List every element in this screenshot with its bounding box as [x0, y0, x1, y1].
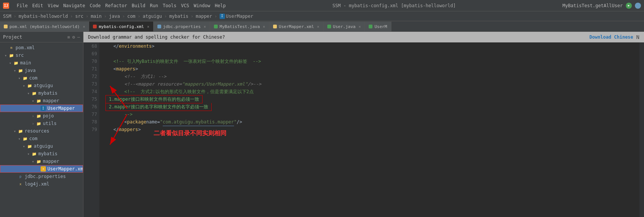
tree-item-pom-xml[interactable]: m pom.xml — [0, 44, 83, 52]
tree-item-com[interactable]: ▾ 📁 com — [0, 74, 83, 82]
tree-item-log4j[interactable]: x log4j.xml — [0, 180, 83, 188]
tab-jdbc[interactable]: jdbc.properties × — [154, 22, 210, 31]
menu-code[interactable]: Code — [90, 3, 101, 8]
tree-item-resources[interactable]: ▾ 📁 resources — [0, 127, 83, 135]
line-num-79: 79 — [83, 126, 97, 133]
sidebar-settings-icon[interactable]: ⚙ — [72, 34, 75, 40]
notification-close-button[interactable]: N — [636, 34, 639, 40]
tree-item-java[interactable]: ▾ 📁 java — [0, 67, 83, 74]
line-num-76: 76 — [83, 103, 97, 111]
notification-bar: Download grammar and spelling checker fo… — [83, 32, 644, 42]
atguigu2-folder-icon: 📁 — [27, 143, 33, 149]
bc-mybatis[interactable]: mybatis — [169, 14, 188, 19]
tree-label-jdbc-prop: jdbc.properties — [25, 174, 66, 179]
menu-help[interactable]: Help — [215, 3, 226, 8]
tree-label-main: main — [20, 60, 31, 66]
tab-close-mybatis[interactable]: × — [147, 25, 149, 29]
tree-item-com2[interactable]: ▾ 📁 com — [0, 135, 83, 142]
bc-atguigu[interactable]: atguigu — [143, 14, 162, 19]
mybatis-folder-icon: 📁 — [31, 90, 37, 96]
menu-run[interactable]: Run — [150, 3, 158, 8]
code-line-74: <!-- 方式2:以包的形式引入映射文件，但是需要满足以下2点 — [102, 88, 636, 95]
tab-icon-mybatistest — [214, 25, 218, 28]
bc-main[interactable]: main — [91, 14, 102, 19]
tree-label-mybatis2: mybatis — [38, 151, 58, 156]
menu-window[interactable]: Window — [194, 3, 210, 8]
debug-button[interactable] — [635, 3, 641, 9]
tree-item-utils[interactable]: › 📁 utils — [0, 120, 83, 127]
tab-close-usermapper-xml[interactable]: × — [317, 25, 319, 29]
menu-file[interactable]: File — [17, 3, 28, 8]
tree-label-mapper2: mapper — [43, 159, 59, 164]
tab-mybatistest[interactable]: MyBatisTest.java × — [210, 22, 269, 31]
title-right-controls: MyBatisTest.getAllUser ▶ — [562, 3, 641, 9]
tree-item-atguigu2[interactable]: ▾ 📁 atguigu — [0, 142, 83, 150]
tree-label-com2: com — [29, 136, 38, 141]
bc-project[interactable]: mybatis-helloworld — [19, 14, 68, 19]
tree-item-atguigu[interactable]: ▾ 📁 atguigu — [0, 82, 83, 89]
tree-label-mybatis: mybatis — [38, 91, 58, 96]
sidebar-collapse-icon[interactable]: ≡ — [67, 34, 70, 40]
download-chinese-link[interactable]: Download Chinese — [589, 34, 633, 40]
tab-close-jdbc[interactable]: × — [204, 25, 206, 29]
bc-ssm[interactable]: SSM — [3, 14, 11, 19]
tree-item-usermapper-java[interactable]: I UserMapper — [0, 105, 83, 112]
bc-src[interactable]: src — [75, 14, 83, 19]
menu-navigate[interactable]: Navigate — [63, 3, 85, 8]
line-num-73: 73 — [83, 80, 97, 88]
bc-com[interactable]: com — [127, 14, 135, 19]
code-line-77: --> — [102, 111, 636, 118]
scrollbar[interactable] — [639, 42, 644, 217]
main-folder-icon: 📁 — [13, 60, 19, 66]
bc-java[interactable]: java — [109, 14, 120, 19]
tree-item-main[interactable]: ▾ 📁 main — [0, 59, 83, 67]
menu-edit[interactable]: Edit — [32, 3, 43, 8]
code-line-79: </mappers> — [102, 126, 636, 133]
main-layout: Project ≡ ⚙ — m pom.xml ▾ 📁 src — [0, 32, 644, 217]
tab-userm[interactable]: UserM — [365, 22, 391, 31]
tree-label-mapper: mapper — [43, 98, 59, 103]
menu-tools[interactable]: Tools — [163, 3, 176, 8]
menu-build[interactable]: Build — [132, 3, 145, 8]
tree-item-src[interactable]: ▾ 📁 src — [0, 52, 83, 59]
tab-close-pom[interactable]: × — [83, 25, 85, 29]
tree-item-mapper2[interactable]: ▾ 📁 mapper — [0, 158, 83, 165]
tree-label-atguigu2: atguigu — [34, 144, 53, 149]
tab-close-user-java[interactable]: × — [358, 25, 361, 29]
tab-user-java[interactable]: User.java × — [324, 22, 365, 31]
tree-item-mapper[interactable]: ▾ 📁 mapper — [0, 97, 83, 105]
tab-icon-user-java — [327, 25, 331, 28]
tab-icon-mybatis — [93, 25, 97, 28]
tab-close-mybatistest[interactable]: × — [263, 25, 265, 29]
line-num-75: 75 — [83, 95, 97, 103]
code-line-72: <!-- 方式1: --> — [102, 73, 636, 80]
sidebar-close-icon[interactable]: — — [77, 34, 80, 40]
tab-usermapper-xml[interactable]: UserMapper.xml × — [269, 22, 324, 31]
menu-refactor[interactable]: Refactor — [105, 3, 127, 8]
atguigu-folder-icon: 📁 — [27, 83, 33, 89]
code-line-75: 1.mapper接口和映射文件所在的包必须一致 — [102, 95, 636, 103]
line-num-77: 77 — [83, 111, 97, 118]
bc-usermapper[interactable]: I UserMapper — [220, 14, 253, 19]
tree-item-mybatis2[interactable]: ▾ 📁 mybatis — [0, 150, 83, 158]
bc-mapper[interactable]: mapper — [196, 14, 212, 19]
editor-area: Download grammar and spelling checker fo… — [83, 32, 644, 217]
tab-label-mybatis: mybatis-config.xml — [99, 24, 144, 29]
tab-mybatis-config[interactable]: mybatis-config.xml × — [89, 22, 153, 31]
menu-view[interactable]: View — [48, 3, 59, 8]
tree-item-mybatis[interactable]: ▾ 📁 mybatis — [0, 89, 83, 97]
mapper2-folder-icon: 📁 — [36, 158, 42, 164]
menu-vcs[interactable]: VCS — [181, 3, 189, 8]
tree-item-usermapper-xml2[interactable]: x UserMapper.xml — [0, 165, 83, 173]
tree-item-jdbc-prop[interactable]: p jdbc.properties — [0, 173, 83, 180]
line-num-69: 69 — [83, 50, 97, 58]
tree-label-src: src — [16, 53, 24, 58]
tab-icon-pom — [4, 25, 8, 28]
com-folder-icon: 📁 — [22, 75, 28, 81]
code-content[interactable]: </environments> <!-- 引入MyBatis的映射文件 一张表对… — [99, 42, 639, 217]
sidebar-panel: Project ≡ ⚙ — m pom.xml ▾ 📁 src — [0, 32, 83, 217]
tab-pom[interactable]: pom.xml (mybatis-helloworld) × — [0, 22, 89, 31]
sidebar-header: Project ≡ ⚙ — — [0, 32, 83, 42]
run-button[interactable]: ▶ — [626, 3, 632, 9]
tree-item-pojo[interactable]: › 📁 pojo — [0, 112, 83, 120]
